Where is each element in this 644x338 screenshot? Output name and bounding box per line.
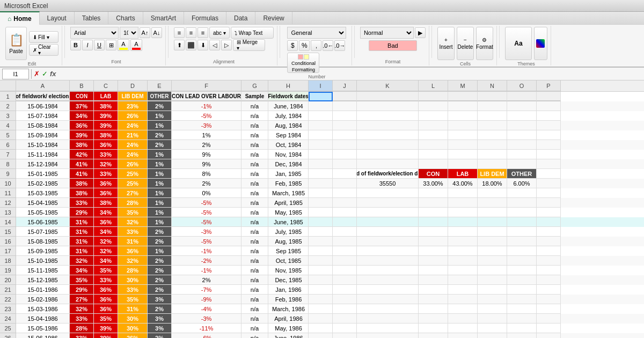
cell[interactable]: n/a [241, 266, 268, 275]
tab-data[interactable]: Data [226, 12, 255, 24]
cell[interactable]: 3% [148, 324, 172, 333]
cell[interactable] [507, 333, 537, 338]
delete-button[interactable]: − Delete [457, 27, 474, 60]
cell[interactable] [333, 333, 357, 338]
cell[interactable]: 15-11-1985 [16, 266, 70, 275]
cell[interactable] [537, 324, 561, 333]
cell[interactable]: 36% [94, 304, 118, 314]
tab-charts[interactable]: Charts [108, 12, 143, 24]
cell[interactable]: CON LEAD OVER LABOUR [172, 92, 241, 101]
cell[interactable]: Jan, 1986 [268, 285, 309, 295]
cell[interactable]: 29% [70, 208, 94, 217]
cell[interactable] [357, 111, 419, 121]
cell[interactable]: 25% [118, 179, 148, 188]
cell[interactable]: Nov, 1984 [268, 150, 309, 159]
cell[interactable] [309, 295, 333, 304]
cell[interactable] [309, 150, 333, 159]
cell[interactable] [357, 227, 419, 237]
cell[interactable]: -6% [172, 333, 241, 338]
italic-button[interactable]: I [82, 40, 93, 50]
cell[interactable]: -5% [172, 111, 241, 121]
cell[interactable]: 41% [70, 169, 94, 179]
cell[interactable] [309, 92, 333, 101]
cell[interactable] [419, 333, 448, 338]
cell[interactable]: -3% [172, 314, 241, 324]
cell[interactable] [537, 140, 561, 150]
cell[interactable]: 1% [148, 246, 172, 256]
cell[interactable] [357, 324, 419, 333]
valign-bottom-button[interactable]: ⬇ [197, 40, 208, 50]
cell[interactable] [448, 266, 478, 275]
cell[interactable] [333, 121, 357, 130]
cell[interactable] [448, 111, 478, 121]
cell[interactable]: CON [70, 92, 94, 101]
cell[interactable] [537, 285, 561, 295]
cell[interactable] [419, 295, 448, 304]
cell[interactable]: June, 1986 [268, 333, 309, 338]
cell[interactable]: 15-12-1984 [16, 159, 70, 169]
cell[interactable]: -3% [172, 121, 241, 130]
cell[interactable]: OTHER [507, 169, 537, 179]
percent-button[interactable]: % [299, 40, 310, 51]
cell[interactable]: 1% [148, 121, 172, 130]
cell[interactable] [357, 314, 419, 324]
row-header-6[interactable]: 6 [0, 140, 16, 150]
cell[interactable] [478, 256, 507, 266]
cell[interactable] [448, 246, 478, 256]
indent-right-button[interactable]: ▷ [221, 40, 232, 50]
row-header-5[interactable]: 5 [0, 130, 16, 140]
cell[interactable] [357, 140, 419, 150]
cell[interactable]: 15-06-1985 [16, 217, 70, 227]
cell[interactable]: n/a [241, 217, 268, 227]
cell[interactable] [309, 188, 333, 198]
cell[interactable]: -3% [172, 227, 241, 237]
cell[interactable]: End of fieldwork/ election date [16, 92, 70, 101]
cell[interactable] [448, 333, 478, 338]
cell[interactable]: 2% [148, 266, 172, 275]
cell[interactable] [478, 246, 507, 256]
cell[interactable] [448, 275, 478, 285]
cell[interactable] [419, 227, 448, 237]
cell[interactable]: 2% [172, 275, 241, 285]
col-header-h[interactable]: H [268, 80, 309, 91]
cell[interactable] [419, 304, 448, 314]
cell[interactable]: LIB DEM [478, 169, 507, 179]
cell[interactable]: 35% [118, 208, 148, 217]
cell[interactable]: 15-02-1985 [16, 179, 70, 188]
cell[interactable]: n/a [241, 324, 268, 333]
cell[interactable] [333, 140, 357, 150]
cell[interactable] [448, 237, 478, 246]
cell[interactable]: 33% [70, 333, 94, 338]
cell[interactable] [537, 333, 561, 338]
cell[interactable]: n/a [241, 314, 268, 324]
cell[interactable]: 30% [118, 314, 148, 324]
abc-button[interactable]: abc ▾ [209, 27, 230, 39]
cell[interactable]: -1% [172, 266, 241, 275]
tab-home[interactable]: ⌂ Home [0, 11, 40, 25]
cell[interactable]: 32% [70, 256, 94, 266]
cell[interactable]: 15-09-1984 [16, 130, 70, 140]
decrease-font-button[interactable]: A↓ [151, 27, 162, 38]
cell[interactable]: 0% [172, 188, 241, 198]
cell[interactable] [537, 179, 561, 188]
format-bad-button[interactable]: Bad [369, 40, 417, 51]
col-header-p[interactable]: P [537, 80, 561, 91]
cell[interactable] [333, 227, 357, 237]
cell[interactable]: 24% [118, 150, 148, 159]
cell[interactable]: 28% [118, 266, 148, 275]
cell[interactable] [507, 121, 537, 130]
col-header-b[interactable]: B [70, 80, 94, 91]
cell[interactable]: 36% [70, 121, 94, 130]
cell[interactable]: CON [419, 169, 448, 179]
cell[interactable] [507, 101, 537, 111]
cell[interactable] [419, 111, 448, 121]
format-expand-button[interactable]: ▶ [415, 27, 426, 38]
cell[interactable] [333, 169, 357, 179]
cell[interactable]: n/a [241, 179, 268, 188]
cell[interactable]: May, 1986 [268, 324, 309, 333]
cell[interactable] [507, 237, 537, 246]
cell[interactable]: 36% [94, 179, 118, 188]
row-header-12[interactable]: 12 [0, 198, 16, 208]
cell[interactable] [507, 140, 537, 150]
cell[interactable]: n/a [241, 140, 268, 150]
